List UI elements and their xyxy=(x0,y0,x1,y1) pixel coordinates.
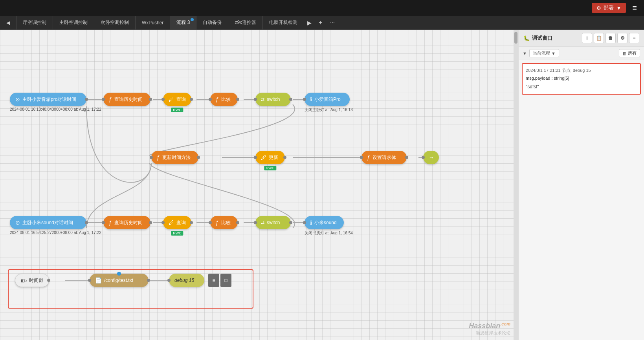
port-left xyxy=(161,221,165,224)
tab-zhuwokong[interactable]: 主卧空调控制 xyxy=(53,16,94,30)
user-button[interactable]: ⚙ 部署 ▼ xyxy=(592,3,626,13)
filter-current-flow[interactable]: 当前流程 ▼ xyxy=(529,49,559,57)
watermark-sub: 瀚思彼岸技术论坛 xyxy=(469,330,510,336)
tab-next[interactable]: ▶ xyxy=(304,20,315,26)
node-label: 小米sound xyxy=(314,219,337,226)
port-left xyxy=(209,221,212,224)
menu-button[interactable]: ≡ xyxy=(629,2,640,14)
node-update-file[interactable]: 🖊 更新 RWC xyxy=(255,151,285,164)
node-query-history3[interactable]: ƒ 查询历史时间 xyxy=(103,216,150,229)
node-label: 主卧小爱音箱pro对话时间 xyxy=(22,96,76,103)
file-config-icon: 📄 xyxy=(95,277,102,283)
node-compare1[interactable]: ƒ 比较 xyxy=(210,93,238,106)
watermark: Hassbian.com 瀚思彼岸技术论坛 xyxy=(469,322,510,336)
sidebar-settings-btn[interactable]: ⚙ xyxy=(617,33,627,43)
sidebar-toolbar: ▼ 当前流程 ▼ 🗑 所有 xyxy=(519,47,644,60)
tab-prev[interactable]: ◀ xyxy=(0,16,17,30)
sidebar-header: 🐛 调试窗口 i 📋 🗑 ⚙ ≡ xyxy=(519,30,644,47)
node-timestamp-inject[interactable]: ◧▷ 时间戳 xyxy=(15,274,49,287)
debug-square-btn[interactable]: □ xyxy=(220,274,231,287)
sidebar: 🐛 调试窗口 i 📋 🗑 ⚙ ≡ ▼ 当前流程 ▼ 🗑 所有 xyxy=(518,30,644,340)
node-update-method[interactable]: ƒ 更新时间方法 xyxy=(151,151,198,164)
sidebar-copy-btn[interactable]: 📋 xyxy=(594,33,604,43)
tab-autobackup[interactable]: 自动备份 xyxy=(196,16,228,30)
node-label: 比较 xyxy=(221,96,231,103)
node-file-config[interactable]: 📄 /config/test.txt xyxy=(90,274,149,287)
node-label: 查询历史时间 xyxy=(114,219,143,226)
file-write-icon: 🖊 xyxy=(261,154,266,161)
debug-value: "sdfsf" xyxy=(526,83,637,91)
scroll-thumb[interactable] xyxy=(514,32,517,44)
node-query3[interactable]: 🖊 查询 RWC xyxy=(163,216,191,229)
function-icon3: ƒ xyxy=(157,154,160,161)
node-query1[interactable]: 🖊 查询 RWC xyxy=(163,93,191,106)
node-compare3[interactable]: ƒ 比较 xyxy=(210,216,238,229)
sidebar-filter: ▼ 当前流程 ▼ xyxy=(523,49,559,57)
port-left xyxy=(254,98,257,101)
function-icon4: ƒ xyxy=(367,154,370,161)
port-right xyxy=(85,221,88,224)
tab-z9x[interactable]: z9x遥控器 xyxy=(228,16,263,30)
node-timestamp1: 2024-08-01 16:13:48.843000+08:00 at: Aug… xyxy=(10,107,101,112)
port-right xyxy=(190,221,193,224)
node-label: switch xyxy=(267,220,280,225)
file-icon3: 🖊 xyxy=(169,219,174,226)
debug-icon: 🐛 xyxy=(523,35,530,41)
port-left xyxy=(150,156,153,159)
tab-computer[interactable]: 电脑开机检测 xyxy=(263,16,304,30)
debug-buttons: ≡ □ xyxy=(208,274,231,287)
port-left xyxy=(209,98,212,101)
topbar: ⚙ 部署 ▼ ≡ xyxy=(0,0,644,16)
port-left xyxy=(254,221,257,224)
port-right xyxy=(289,98,292,101)
tab-add-button[interactable]: + xyxy=(315,19,326,26)
port-right xyxy=(149,221,152,224)
port-right xyxy=(147,279,150,282)
node-xiaomi-inject[interactable]: ⊙ 主卧小米sound对话时间 xyxy=(10,216,86,229)
main-layout: ⊙ 主卧小爱音箱pro对话时间 2024-08-01 16:13:48.8430… xyxy=(0,30,644,340)
node-debug15[interactable]: debug 15 xyxy=(169,274,204,287)
debug-entry: 2024/3/1 17:21:21 节点: debug 15 msg.paylo… xyxy=(522,63,641,95)
node-label: debug 15 xyxy=(174,278,194,283)
node-label: /config/test.txt xyxy=(104,278,133,283)
sidebar-info-btn[interactable]: i xyxy=(582,33,592,43)
tab-wxpusher[interactable]: WxPusher xyxy=(136,16,170,30)
node-info1: 关闭主卧灯 at: Aug 1, 16:13 xyxy=(305,107,353,113)
port-left xyxy=(254,156,257,159)
debug-list-btn[interactable]: ≡ xyxy=(208,274,219,287)
user-label: 部署 xyxy=(604,4,614,11)
node-zhuwoxiaai-inject[interactable]: ⊙ 主卧小爱音箱pro对话时间 xyxy=(10,93,86,106)
tab-more-button[interactable]: ⋯ xyxy=(326,20,339,26)
chevron-down-icon: ▼ xyxy=(616,5,621,11)
sidebar-trash-btn[interactable]: 🗑 xyxy=(605,33,616,43)
port-right xyxy=(283,156,286,159)
port-right xyxy=(197,156,200,159)
node-query-history1[interactable]: ƒ 查询历史时间 xyxy=(103,93,150,106)
switch-icon: ⇄ xyxy=(261,97,264,102)
sidebar-menu-btn[interactable]: ≡ xyxy=(629,33,639,43)
deploy-icon: ⚙ xyxy=(596,5,601,11)
sidebar-title: 调试窗口 xyxy=(532,35,552,42)
node-set-request[interactable]: ƒ 设置请求体 xyxy=(361,151,407,164)
node-xiaai-pro[interactable]: ℹ 小爱音箱Pro xyxy=(305,93,350,106)
file-dot xyxy=(117,272,121,276)
port-left xyxy=(303,98,306,101)
tab-tingtiao[interactable]: 厅空调控制 xyxy=(17,16,53,30)
info-icon: ℹ xyxy=(310,96,312,102)
canvas-scrollbar[interactable] xyxy=(514,30,518,340)
port-right xyxy=(236,221,239,224)
switch-icon3: ⇄ xyxy=(261,220,264,225)
port-left xyxy=(167,279,171,282)
tab-liucheng3[interactable]: 流程 3 xyxy=(170,16,196,30)
node-xiaomi-sound[interactable]: ℹ 小米sound xyxy=(305,216,344,229)
node-switch3[interactable]: ⇄ switch xyxy=(255,216,291,229)
port-left xyxy=(102,221,105,224)
tab-ciwokong[interactable]: 次卧空调控制 xyxy=(94,16,136,30)
node-label: switch xyxy=(267,97,280,102)
filter-all-btn[interactable]: 🗑 所有 xyxy=(619,49,640,57)
function-icon5: ƒ xyxy=(109,219,112,226)
node-arrow-out[interactable]: → xyxy=(423,151,439,164)
node-switch1[interactable]: ⇄ switch xyxy=(255,93,291,106)
node-label: 设置请求体 xyxy=(372,154,396,161)
canvas-area[interactable]: ⊙ 主卧小爱音箱pro对话时间 2024-08-01 16:13:48.8430… xyxy=(0,30,518,340)
